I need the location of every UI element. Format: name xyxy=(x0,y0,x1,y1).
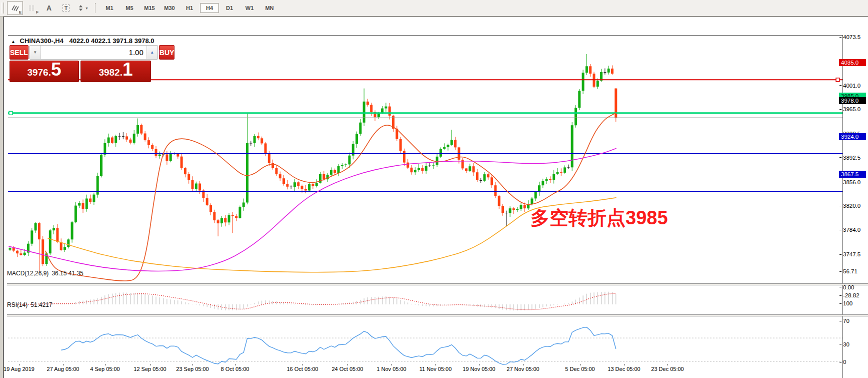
ohlc-values: 4022.0 4022.1 3971.8 3978.0 xyxy=(70,37,154,45)
price-line-label: 3978.0 xyxy=(839,97,866,104)
time-tick xyxy=(523,364,524,365)
macd-axis-label: 56.71 xyxy=(840,268,858,275)
price-tick: 3820.0 xyxy=(840,202,860,209)
sell-price-main: 3976 xyxy=(27,67,48,78)
price-tick: 3784.0 xyxy=(840,226,860,233)
rsi-axis-label: 70 xyxy=(840,317,850,324)
mt4-window: EFAT▼M1M5M15M30H1H4D1W1MN ▲ CHINA300-,H4… xyxy=(0,0,868,378)
rsi-label: RSI(14)51.4217 xyxy=(7,301,52,308)
symbol-title: CHINA300-,H4 xyxy=(20,37,64,45)
price-tick: 4073.5 xyxy=(840,34,860,41)
time-label: 19 Aug 2019 xyxy=(4,366,34,372)
macd-axis-label: -28.82 xyxy=(840,292,860,299)
time-tick xyxy=(150,364,150,365)
time-tick xyxy=(192,364,193,365)
time-label: 16 Oct 05:00 xyxy=(287,366,318,372)
time-label: 4 Sep 05:00 xyxy=(90,366,120,372)
time-tick xyxy=(580,364,580,365)
time-label: 19 Nov 05:00 xyxy=(462,366,495,372)
buy-price-big-digit: 1 xyxy=(122,61,133,78)
volume-input[interactable] xyxy=(41,46,146,59)
time-label: 23 Sep 05:00 xyxy=(176,366,208,372)
volume-decrease-button[interactable]: ▼ xyxy=(30,46,41,59)
time-tick xyxy=(19,364,20,365)
sell-price-box[interactable]: 3976.5 xyxy=(10,61,79,82)
rsi-axis-label: 0 xyxy=(840,358,846,365)
time-tick xyxy=(105,364,106,365)
price-line-label: 4035.0 xyxy=(839,59,866,66)
price-tick: 3856.0 xyxy=(840,179,860,186)
volume-increase-button[interactable]: ▲ xyxy=(146,46,158,59)
time-tick xyxy=(63,364,64,365)
time-label: 27 Nov 05:00 xyxy=(506,366,539,372)
time-label: 12 Sep 05:00 xyxy=(134,366,166,372)
time-label: 5 Dec 05:00 xyxy=(565,366,594,372)
sell-price-big-digit: 5 xyxy=(51,61,62,78)
time-tick xyxy=(302,364,303,365)
rsi-axis-label: 100 xyxy=(840,300,852,307)
time-label: 8 Oct 05:00 xyxy=(221,366,250,372)
macd-label: MACD(12,26,9)36.15 41.35 xyxy=(7,270,84,277)
one-click-trade-panel: SELL ▼ ▲ BUY 3976.5 3982.1 xyxy=(10,45,151,82)
collapse-icon[interactable]: ▲ xyxy=(11,39,16,44)
time-tick xyxy=(235,364,236,365)
time-tick xyxy=(668,364,668,365)
price-tick: 3965.0 xyxy=(840,106,860,113)
time-tick xyxy=(348,364,348,365)
price-line-label: 3867.5 xyxy=(839,171,866,178)
time-tick xyxy=(392,364,392,365)
time-label: 23 Dec 05:00 xyxy=(651,366,684,372)
time-label: 11 Nov 05:00 xyxy=(420,366,452,372)
buy-price-box[interactable]: 3982.1 xyxy=(80,61,151,82)
volume-spinner: ▼ ▲ xyxy=(30,45,158,60)
time-label: 27 Aug 05:00 xyxy=(47,366,80,372)
rsi-axis-label: 30 xyxy=(840,341,850,348)
price-tick: 3747.5 xyxy=(840,251,860,258)
time-label: 13 Dec 05:00 xyxy=(608,366,640,372)
macd-axis-label: 0.00 xyxy=(840,284,854,291)
price-line-label: 3924.0 xyxy=(839,133,866,140)
time-tick xyxy=(479,364,480,365)
time-tick xyxy=(436,364,436,365)
chart-title: ▲ CHINA300-,H4 4022.0 4022.1 3971.8 3978… xyxy=(11,37,154,45)
time-label: 1 Nov 05:00 xyxy=(376,366,406,372)
time-label: 24 Oct 05:00 xyxy=(332,366,364,372)
price-tick: 4001.0 xyxy=(840,82,860,89)
price-tick: 3892.5 xyxy=(840,154,860,161)
time-tick xyxy=(624,364,624,365)
buy-price-main: 3982 xyxy=(98,67,120,78)
buy-button[interactable]: BUY xyxy=(159,45,175,60)
sell-button[interactable]: SELL xyxy=(10,45,28,60)
